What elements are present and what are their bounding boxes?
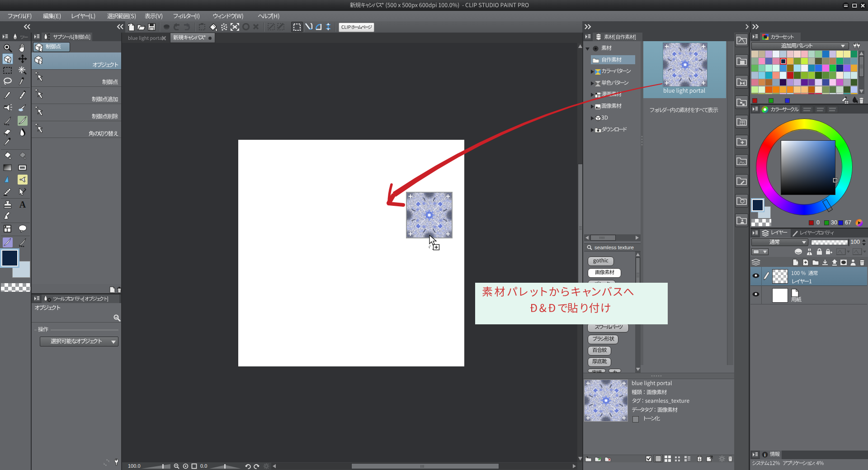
svg-text:i: i [764, 452, 766, 457]
svg-text:A: A [19, 200, 26, 209]
